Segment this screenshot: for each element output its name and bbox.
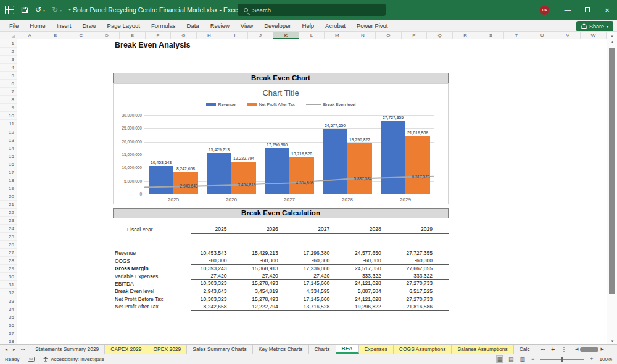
row-header-5[interactable]: 5 (0, 72, 17, 80)
row-header-38[interactable]: 38 (0, 337, 17, 344)
column-header-K[interactable]: K (273, 32, 299, 39)
sheet-canvas[interactable]: Break Even Analysis Break Even Chart Cha… (17, 39, 607, 344)
minimize-button[interactable]: — (558, 0, 578, 20)
fiscal-year-label[interactable]: Fiscal Year (113, 226, 191, 233)
page-layout-view-icon[interactable]: ▤ (508, 356, 514, 362)
column-header-O[interactable]: O (376, 32, 402, 39)
fiscal-year-2025[interactable]: 2025 (191, 226, 242, 232)
column-header-F[interactable]: F (146, 32, 172, 39)
cell-value[interactable]: -60,300 (346, 257, 397, 263)
hscroll-left-icon[interactable]: ◀ (575, 347, 578, 352)
cell-value[interactable]: 24,121,028 (346, 280, 397, 286)
cell-value[interactable]: 27,727,355 (397, 250, 449, 256)
cell-value[interactable]: 12,222,794 (242, 304, 294, 310)
search-box[interactable]: Search (238, 4, 386, 16)
row-header-10[interactable]: 10 (0, 112, 17, 120)
row-header-7[interactable]: 7 (0, 88, 17, 96)
sheet-tab-sales-summary-charts[interactable]: Sales Summary Charts (187, 345, 252, 354)
cell-value[interactable]: -27,420 (294, 273, 346, 279)
select-all-corner[interactable] (0, 32, 17, 39)
cell-value[interactable]: -60,300 (294, 257, 346, 263)
row-header-13[interactable]: 13 (0, 136, 17, 144)
cell-value[interactable]: 19,296,822 (346, 304, 397, 310)
row-header-27[interactable]: 27 (0, 249, 17, 257)
cell-value[interactable]: 27,667,055 (397, 265, 449, 271)
column-header-H[interactable]: H (197, 32, 223, 39)
row-header-28[interactable]: 28 (0, 257, 17, 265)
more-tabs-icon[interactable]: ••• (541, 347, 545, 351)
row-label-break-even-level[interactable]: Break Even level (113, 288, 191, 294)
page-break-view-icon[interactable]: ▥ (520, 356, 525, 362)
cell-value[interactable]: 10,393,243 (191, 265, 242, 271)
column-header-D[interactable]: D (94, 32, 120, 39)
row-label-cogs[interactable]: COGS (113, 258, 191, 264)
column-header-G[interactable]: G (171, 32, 197, 39)
ribbon-tab-insert[interactable]: Insert (51, 20, 77, 32)
break-even-chart[interactable]: Chart Title RevenueNet Profit After TaxB… (113, 83, 449, 204)
row-header-15[interactable]: 15 (0, 152, 17, 160)
zoom-in-icon[interactable]: + (590, 356, 593, 362)
cell-value[interactable]: 17,145,660 (294, 280, 346, 286)
row-label-ebitda[interactable]: EBITDA (113, 281, 191, 287)
ribbon-tab-home[interactable]: Home (24, 20, 51, 32)
column-header-I[interactable]: I (222, 32, 248, 39)
cell-value[interactable]: 2,943,643 (191, 288, 242, 294)
tab-menu-icon[interactable]: ⋮ (561, 346, 566, 352)
row-header-1[interactable]: 1 (0, 39, 17, 48)
row-header-17[interactable]: 17 (0, 168, 17, 176)
sheet-tab-statements-summary-2029[interactable]: Statements Summary 2029 (30, 345, 105, 354)
cell-value[interactable]: -60,300 (191, 257, 242, 263)
cell-value[interactable]: 6,517,525 (397, 288, 449, 294)
row-header-2[interactable]: 2 (0, 48, 17, 56)
cell-value[interactable]: 15,278,493 (242, 296, 294, 302)
normal-view-icon[interactable]: ▦ (497, 356, 502, 362)
row-header-31[interactable]: 31 (0, 281, 17, 289)
vertical-scrollbar-thumb[interactable] (609, 48, 615, 294)
horizontal-scrollbar-thumb[interactable] (580, 347, 598, 352)
row-header-20[interactable]: 20 (0, 192, 17, 201)
fiscal-year-2028[interactable]: 2028 (346, 226, 397, 232)
zoom-out-icon[interactable]: − (531, 356, 534, 362)
row-header-30[interactable]: 30 (0, 273, 17, 281)
ribbon-tab-formulas[interactable]: Formulas (146, 20, 181, 32)
row-header-34[interactable]: 34 (0, 305, 17, 313)
row-header-16[interactable]: 16 (0, 160, 17, 168)
sheet-tab-opex-2029[interactable]: OPEX 2029 (147, 345, 187, 354)
prev-sheet-icon[interactable]: ◂ (5, 347, 7, 352)
sheet-tab-charts[interactable]: Charts (309, 345, 336, 354)
fiscal-year-2026[interactable]: 2026 (242, 226, 294, 232)
scroll-up-button[interactable]: ▲ (607, 32, 617, 39)
add-sheet-icon[interactable]: + (551, 345, 555, 353)
row-header-23[interactable]: 23 (0, 217, 17, 225)
column-header-T[interactable]: T (504, 32, 530, 39)
row-header-37[interactable]: 37 (0, 329, 17, 337)
cell-value[interactable]: 24,121,028 (346, 296, 397, 302)
row-header-11[interactable]: 11 (0, 120, 17, 128)
column-header-J[interactable]: J (248, 32, 274, 39)
row-header-33[interactable]: 33 (0, 297, 17, 305)
ribbon-tab-power-pivot[interactable]: Power Pivot (351, 20, 394, 32)
row-header-12[interactable]: 12 (0, 128, 17, 136)
row-label-net-profit-before-tax[interactable]: Net Profit Before Tax (113, 296, 191, 302)
row-header-19[interactable]: 19 (0, 184, 17, 192)
cell-value[interactable]: 21,816,586 (397, 304, 449, 310)
horizontal-scrollbar[interactable]: ◀ ▶ (575, 347, 604, 352)
column-header-B[interactable]: B (43, 32, 69, 39)
user-avatar[interactable]: RS (540, 6, 549, 15)
cell-value[interactable]: 4,334,595 (294, 288, 346, 294)
sheet-tab-salaries-assumptions[interactable]: Salaries Assumptions (452, 345, 513, 354)
column-header-Q[interactable]: Q (427, 32, 453, 39)
column-header-M[interactable]: M (325, 32, 350, 39)
cell-value[interactable]: -60,300 (242, 257, 294, 263)
cell-value[interactable]: 24,517,350 (346, 265, 397, 271)
ribbon-tab-review[interactable]: Review (205, 20, 235, 32)
scroll-up-arrow-icon[interactable]: ▲ (607, 40, 617, 44)
cell-value[interactable]: -60,300 (397, 257, 449, 263)
column-header-V[interactable]: V (555, 32, 581, 39)
sheet-tab-calc[interactable]: Calc (514, 345, 536, 354)
cell-value[interactable]: 27,270,733 (397, 280, 449, 286)
row-header-22[interactable]: 22 (0, 209, 17, 217)
close-button[interactable]: × (597, 0, 617, 20)
column-header-S[interactable]: S (478, 32, 504, 39)
cell-value[interactable]: 17,296,380 (294, 250, 346, 256)
